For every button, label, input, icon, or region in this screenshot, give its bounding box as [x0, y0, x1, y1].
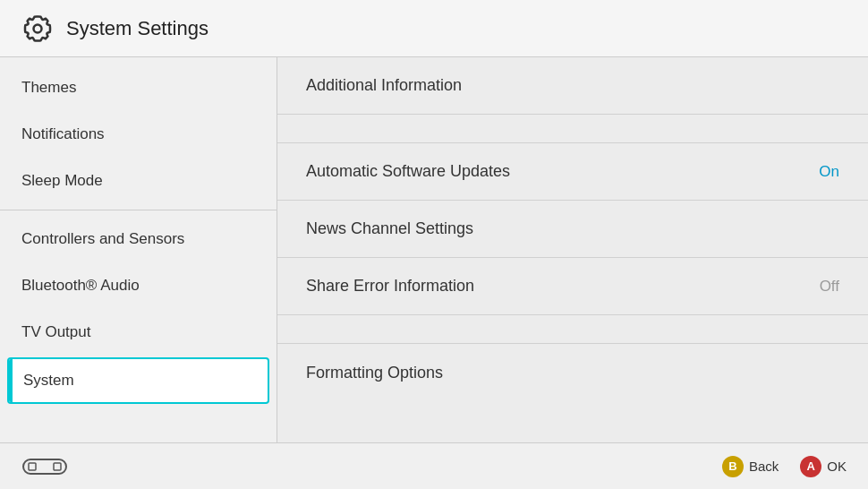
- sidebar-item-controllers-sensors[interactable]: Controllers and Sensors: [0, 216, 277, 262]
- footer: B Back A OK: [0, 442, 868, 489]
- content-item-share-error[interactable]: Share Error Information Off: [277, 258, 868, 315]
- footer-controller: [21, 454, 68, 479]
- content-spacer-1: [277, 115, 868, 143]
- controller-icon: [21, 454, 68, 479]
- content-spacer-2: [277, 315, 868, 344]
- main-container: Themes Notifications Sleep Mode Controll…: [0, 57, 868, 442]
- content-item-formatting-options[interactable]: Formatting Options: [277, 344, 868, 401]
- sidebar-item-sleep-mode[interactable]: Sleep Mode: [0, 158, 277, 204]
- footer-ok-button[interactable]: A OK: [800, 456, 847, 477]
- page-title: System Settings: [66, 17, 208, 40]
- sidebar: Themes Notifications Sleep Mode Controll…: [0, 57, 277, 442]
- content-item-additional-info[interactable]: Additional Information: [277, 57, 868, 115]
- a-button-circle: A: [800, 456, 821, 477]
- content-area: Additional Information Automatic Softwar…: [277, 57, 868, 442]
- content-item-auto-updates[interactable]: Automatic Software Updates On: [277, 143, 868, 201]
- sidebar-item-themes[interactable]: Themes: [0, 64, 277, 111]
- footer-back-button[interactable]: B Back: [722, 456, 779, 477]
- sidebar-item-system[interactable]: System: [7, 357, 269, 404]
- svg-rect-1: [29, 463, 36, 470]
- svg-rect-2: [54, 463, 61, 470]
- sidebar-item-bluetooth-audio[interactable]: Bluetooth® Audio: [0, 262, 277, 309]
- footer-buttons: B Back A OK: [722, 456, 847, 477]
- content-item-news-channel[interactable]: News Channel Settings: [277, 201, 868, 258]
- header: System Settings: [0, 0, 868, 57]
- svg-rect-0: [23, 459, 66, 474]
- sidebar-item-notifications[interactable]: Notifications: [0, 111, 277, 158]
- b-button-circle: B: [722, 456, 744, 477]
- gear-icon: [21, 13, 54, 45]
- sidebar-item-tv-output[interactable]: TV Output: [0, 309, 277, 356]
- sidebar-divider: [0, 210, 277, 210]
